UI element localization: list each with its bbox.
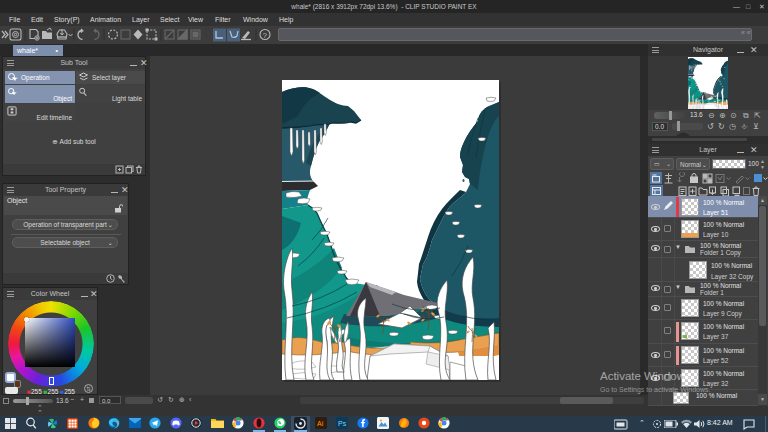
svg-text:?: ? xyxy=(263,31,268,40)
svg-text:Ps: Ps xyxy=(338,420,347,427)
svg-text:Ai: Ai xyxy=(317,420,324,427)
